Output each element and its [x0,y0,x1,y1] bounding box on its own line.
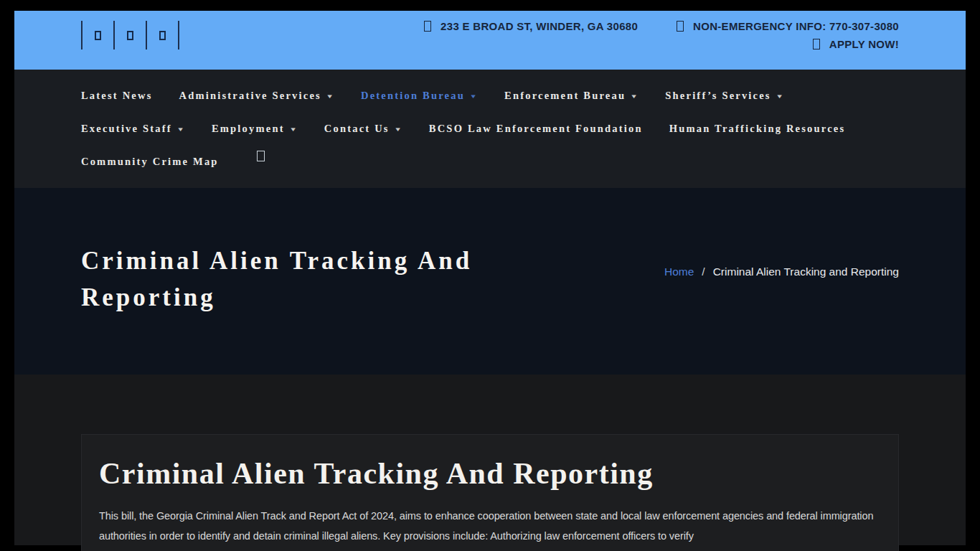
social-link-1[interactable] [83,31,113,40]
nav-item-label: Contact Us [324,123,390,135]
topbar: 233 E BROAD ST, WINDER, GA 30680 NON-EME… [14,11,966,70]
nav-item-employment[interactable]: Employment▼ [212,123,298,135]
topbar-row-contact: 233 E BROAD ST, WINDER, GA 30680 NON-EME… [424,20,899,32]
topbar-right: 233 E BROAD ST, WINDER, GA 30680 NON-EME… [424,11,899,70]
topbar-row-apply: APPLY NOW! [813,38,899,50]
phone-icon [677,21,684,32]
apply-icon [813,39,820,50]
social-icon-3 [159,31,166,40]
address: 233 E BROAD ST, WINDER, GA 30680 [424,20,638,32]
nav-item-detention-bureau[interactable]: Detention Bureau▼ [361,90,478,102]
nav-item-latest-news[interactable]: Latest News [81,90,153,102]
chevron-down-icon: ▼ [776,93,786,100]
chevron-down-icon: ▼ [394,126,404,133]
nav-row-1: Latest NewsAdministrative Services▼Deten… [81,79,899,112]
nav-item-label: Executive Staff [81,123,172,135]
nav-item-bcso-law-enforcement-foundation[interactable]: BCSO Law Enforcement Foundation [429,123,643,135]
chevron-down-icon: ▼ [326,93,336,100]
nav-item-label: Employment [212,123,285,135]
nav-item-label: Latest News [81,90,153,102]
article-paragraph: This bill, the Georgia Criminal Alien Tr… [99,507,881,546]
social-link-2[interactable] [115,31,146,40]
main-nav: Latest NewsAdministrative Services▼Deten… [14,70,966,188]
chevron-down-icon: ▼ [289,126,299,133]
divider [178,21,179,50]
non-emergency-text: NON-EMERGENCY INFO: 770-307-3080 [693,20,899,32]
breadcrumb: Home / Criminal Alien Tracking and Repor… [664,265,899,278]
breadcrumb-home-link[interactable]: Home [664,265,694,278]
nav-item-label: Community Crime Map [81,156,219,168]
chevron-down-icon: ▼ [469,93,479,100]
nav-item-label: BCSO Law Enforcement Foundation [429,123,643,135]
nav-item-community-crime-map[interactable]: Community Crime Map [81,156,219,168]
hero-container: Criminal Alien Tracking And Reporting Ho… [81,188,899,316]
address-text: 233 E BROAD ST, WINDER, GA 30680 [440,20,638,32]
topbar-container: 233 E BROAD ST, WINDER, GA 30680 NON-EME… [81,11,899,70]
nav-item-label: Enforcement Bureau [504,90,626,102]
social-icon-2 [127,31,133,40]
nav-item-label: Administrative Services [179,90,321,102]
chevron-down-icon: ▼ [176,126,187,133]
nav-row-3: Community Crime Map [81,145,899,178]
social-icon-1 [95,31,101,40]
nav-item-label: Detention Bureau [361,90,465,102]
nav-item-label: Sheriff’s Services [665,90,771,102]
article-card: Criminal Alien Tracking And Reporting Th… [81,434,899,551]
nav-item-contact-us[interactable]: Contact Us▼ [324,123,402,135]
nav-item-sheriff-s-services[interactable]: Sheriff’s Services▼ [665,90,784,102]
nav-item-label: Human Trafficking Resources [669,123,846,135]
chevron-down-icon: ▼ [630,93,640,100]
main-content: Criminal Alien Tracking And Reporting Th… [14,375,966,545]
nav-item-enforcement-bureau[interactable]: Enforcement Bureau▼ [504,90,639,102]
hero-section: Criminal Alien Tracking And Reporting Ho… [14,188,966,375]
page-frame: 233 E BROAD ST, WINDER, GA 30680 NON-EME… [14,11,966,545]
apply-now-link[interactable]: APPLY NOW! [813,38,899,50]
breadcrumb-separator: / [702,265,705,278]
non-emergency-info: NON-EMERGENCY INFO: 770-307-3080 [677,20,899,32]
nav-row-2: Executive Staff▼Employment▼Contact Us▼BC… [81,112,899,145]
social-link-3[interactable] [147,31,178,40]
page-title: Criminal Alien Tracking And Reporting [81,242,526,316]
nav-item-human-trafficking-resources[interactable]: Human Trafficking Resources [669,123,846,135]
nav-item-executive-staff[interactable]: Executive Staff▼ [81,123,185,135]
apply-now-text: APPLY NOW! [829,38,899,50]
article-heading: Criminal Alien Tracking And Reporting [99,456,881,491]
breadcrumb-current: Criminal Alien Tracking and Reporting [713,265,899,278]
search-icon [257,151,265,161]
search-button[interactable] [257,151,265,164]
nav-item-administrative-services[interactable]: Administrative Services▼ [179,90,335,102]
nav-rows: Latest NewsAdministrative Services▼Deten… [81,79,899,178]
social-links [81,14,179,56]
location-icon [424,21,431,32]
